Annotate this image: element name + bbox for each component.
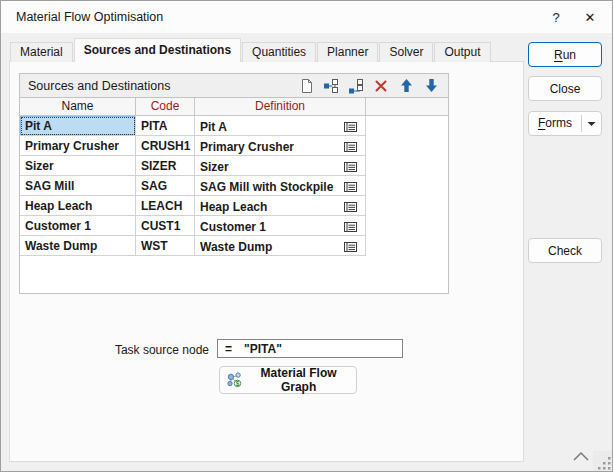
task-source-node-label: Task source node [90,342,209,358]
help-icon: ? [552,10,559,25]
editor-icon [343,241,358,253]
table-row[interactable]: Waste Dump WST Waste Dump [20,236,448,256]
append-node-icon [348,78,364,94]
cell-code[interactable]: SIZER [136,156,195,176]
grip-dots-icon [598,457,611,470]
move-down-button[interactable] [422,77,440,94]
cell-name[interactable]: Sizer [20,156,136,176]
definition-text: Customer 1 [200,219,266,235]
tab-output[interactable]: Output [434,42,490,62]
append-node-button[interactable] [347,77,365,94]
sources-destinations-groupbox: Sources and Destinations [19,73,449,294]
editor-icon [343,181,358,193]
table-row[interactable]: Customer 1 CUST1 Customer 1 [20,216,448,236]
column-header-code[interactable]: Code [136,98,195,116]
cell-code[interactable]: PITA [136,116,195,136]
sources-destinations-table: Name Code Definition Pit A PITA Pit A [20,98,448,293]
cell-code[interactable]: WST [136,236,195,256]
editor-icon [343,121,358,133]
dropdown-arrow-icon [587,121,596,127]
definition-editor-button[interactable] [341,220,359,234]
definition-editor-button[interactable] [341,120,359,134]
definition-text: Waste Dump [200,239,272,255]
column-header-name[interactable]: Name [20,98,136,116]
check-label: Check [548,244,582,258]
definition-editor-button[interactable] [341,140,359,154]
run-label: Run [554,48,576,62]
table-row[interactable]: Sizer SIZER Sizer [20,156,448,176]
new-item-icon [299,78,314,94]
tab-strip: Material Sources and Destinations Quanti… [10,38,492,62]
close-button[interactable]: Close [528,76,602,101]
table-row[interactable]: Pit A PITA Pit A [20,116,448,136]
material-flow-optimisation-dialog: Material Flow Optimisation ? ✕ Material … [0,0,613,472]
cell-name[interactable]: Customer 1 [20,216,136,236]
table-row[interactable]: Heap Leach LEACH Heap Leach [20,196,448,216]
delete-button[interactable] [372,77,390,94]
cell-definition[interactable]: Pit A [195,116,366,136]
cell-name[interactable]: Heap Leach [20,196,136,216]
definition-text: Pit A [200,119,227,135]
insert-node-icon [323,78,339,94]
editor-icon [343,221,358,233]
help-button[interactable]: ? [540,1,572,33]
definition-text: Sizer [200,159,229,175]
flow-graph-icon: $ [226,371,242,389]
forms-dropdown-button[interactable] [582,121,601,127]
close-icon: ✕ [585,10,596,25]
material-flow-graph-label: Material Flow Graph [247,366,350,394]
definition-editor-button[interactable] [341,180,359,194]
window-title: Material Flow Optimisation [16,10,163,24]
cell-definition[interactable]: Heap Leach [195,196,366,216]
collapse-chevron-icon[interactable] [571,449,591,463]
close-window-button[interactable]: ✕ [574,1,606,33]
check-button[interactable]: Check [528,238,602,263]
cell-definition[interactable]: SAG Mill with Stockpile [195,176,366,196]
grid-title: Sources and Destinations [28,79,170,93]
definition-editor-button[interactable] [341,240,359,254]
resize-grip[interactable] [593,451,613,472]
tab-quantities[interactable]: Quantities [242,42,316,62]
column-header-filler [366,98,448,116]
definition-editor-button[interactable] [341,200,359,214]
table-row[interactable]: Primary Crusher CRUSH1 Primary Crusher [20,136,448,156]
material-flow-graph-button[interactable]: $ Material Flow Graph [219,366,357,394]
task-source-node-field[interactable]: = "PITA" [217,339,403,358]
equals-operator: = [225,342,232,356]
cell-definition[interactable]: Sizer [195,156,366,176]
cell-name[interactable]: Waste Dump [20,236,136,256]
svg-text:$: $ [236,380,240,388]
title-bar: Material Flow Optimisation ? ✕ [1,1,612,33]
cell-definition[interactable]: Customer 1 [195,216,366,236]
cell-definition[interactable]: Primary Crusher [195,136,366,156]
editor-icon [343,201,358,213]
table-header-row: Name Code Definition [20,98,448,116]
column-header-definition[interactable]: Definition [195,98,366,116]
definition-editor-button[interactable] [341,160,359,174]
table-row[interactable]: SAG Mill SAG SAG Mill with Stockpile [20,176,448,196]
insert-node-button[interactable] [322,77,340,94]
editor-icon [343,141,358,153]
task-source-node-value: "PITA" [244,342,282,356]
editor-icon [343,161,358,173]
cell-code[interactable]: LEACH [136,196,195,216]
tab-solver[interactable]: Solver [379,42,433,62]
cell-name[interactable]: SAG Mill [20,176,136,196]
forms-split-button[interactable]: Forms [528,111,602,136]
forms-label[interactable]: Forms [529,112,581,135]
move-up-icon [400,78,413,93]
cell-code[interactable]: CRUSH1 [136,136,195,156]
cell-code[interactable]: SAG [136,176,195,196]
move-up-button[interactable] [397,77,415,94]
cell-code[interactable]: CUST1 [136,216,195,236]
cell-name[interactable]: Pit A [20,116,136,136]
tab-material[interactable]: Material [10,42,73,62]
run-button[interactable]: Run [528,42,602,67]
new-item-button[interactable] [297,77,315,94]
cell-definition[interactable]: Waste Dump [195,236,366,256]
tab-planner[interactable]: Planner [317,42,378,62]
tab-sources-and-destinations[interactable]: Sources and Destinations [74,38,241,62]
cell-name[interactable]: Primary Crusher [20,136,136,156]
tab-page-panel: Sources and Destinations [9,61,524,462]
definition-text: SAG Mill with Stockpile [200,179,333,195]
